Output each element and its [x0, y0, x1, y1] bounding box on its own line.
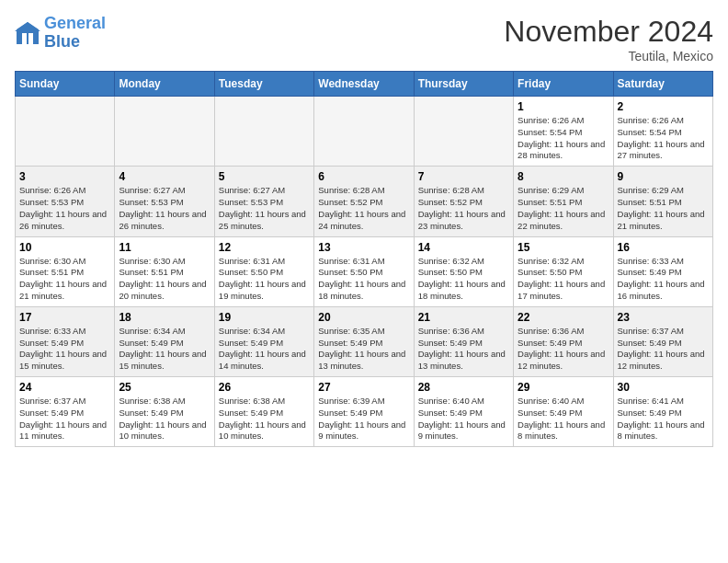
calendar-cell: 22Sunrise: 6:36 AM Sunset: 5:49 PM Dayli…	[514, 306, 613, 376]
calendar-cell: 4Sunrise: 6:27 AM Sunset: 5:53 PM Daylig…	[115, 167, 214, 236]
day-info: Sunrise: 6:40 AM Sunset: 5:49 PM Dayligh…	[418, 396, 509, 442]
calendar-cell	[115, 97, 214, 167]
calendar-cell: 27Sunrise: 6:39 AM Sunset: 5:49 PM Dayli…	[314, 377, 414, 447]
day-number: 13	[318, 241, 409, 254]
weekday-header-wednesday: Wednesday	[314, 72, 414, 97]
day-number: 17	[19, 311, 110, 324]
day-info: Sunrise: 6:29 AM Sunset: 5:51 PM Dayligh…	[618, 185, 709, 232]
calendar-week-5: 24Sunrise: 6:37 AM Sunset: 5:49 PM Dayli…	[16, 377, 713, 447]
day-info: Sunrise: 6:38 AM Sunset: 5:49 PM Dayligh…	[219, 396, 310, 442]
weekday-header-saturday: Saturday	[613, 72, 712, 97]
day-number: 8	[518, 170, 609, 183]
day-number: 11	[119, 241, 210, 254]
day-info: Sunrise: 6:32 AM Sunset: 5:50 PM Dayligh…	[518, 256, 609, 303]
calendar-cell: 19Sunrise: 6:34 AM Sunset: 5:49 PM Dayli…	[214, 306, 313, 376]
calendar-cell: 21Sunrise: 6:36 AM Sunset: 5:49 PM Dayli…	[414, 306, 513, 376]
day-number: 25	[119, 381, 210, 394]
calendar-cell: 30Sunrise: 6:41 AM Sunset: 5:49 PM Dayli…	[613, 377, 712, 447]
calendar-cell	[414, 97, 513, 167]
calendar-week-1: 1Sunrise: 6:26 AM Sunset: 5:54 PM Daylig…	[16, 97, 713, 167]
logo-text: General Blue	[44, 15, 106, 52]
calendar-cell: 29Sunrise: 6:40 AM Sunset: 5:49 PM Dayli…	[514, 377, 613, 447]
day-info: Sunrise: 6:27 AM Sunset: 5:53 PM Dayligh…	[219, 185, 310, 232]
day-number: 27	[318, 381, 409, 394]
calendar-week-2: 3Sunrise: 6:26 AM Sunset: 5:53 PM Daylig…	[16, 167, 713, 236]
day-number: 24	[19, 381, 110, 394]
calendar-cell: 11Sunrise: 6:30 AM Sunset: 5:51 PM Dayli…	[115, 236, 214, 306]
calendar-cell: 10Sunrise: 6:30 AM Sunset: 5:51 PM Dayli…	[16, 236, 115, 306]
calendar-cell: 20Sunrise: 6:35 AM Sunset: 5:49 PM Dayli…	[314, 306, 414, 376]
day-info: Sunrise: 6:31 AM Sunset: 5:50 PM Dayligh…	[219, 256, 310, 303]
title-block: November 2024 Teutila, Mexico	[504, 15, 713, 63]
day-number: 18	[119, 311, 210, 324]
calendar-cell: 17Sunrise: 6:33 AM Sunset: 5:49 PM Dayli…	[16, 306, 115, 376]
month-year: November 2024	[504, 15, 713, 49]
calendar-cell: 14Sunrise: 6:32 AM Sunset: 5:50 PM Dayli…	[414, 236, 513, 306]
day-number: 15	[518, 241, 609, 254]
day-info: Sunrise: 6:40 AM Sunset: 5:49 PM Dayligh…	[518, 396, 609, 442]
calendar-cell: 12Sunrise: 6:31 AM Sunset: 5:50 PM Dayli…	[214, 236, 313, 306]
day-number: 16	[618, 241, 709, 254]
day-number: 3	[19, 170, 110, 183]
day-number: 12	[219, 241, 310, 254]
day-info: Sunrise: 6:28 AM Sunset: 5:52 PM Dayligh…	[418, 185, 509, 232]
calendar-cell: 23Sunrise: 6:37 AM Sunset: 5:49 PM Dayli…	[613, 306, 712, 376]
day-info: Sunrise: 6:31 AM Sunset: 5:50 PM Dayligh…	[318, 256, 409, 303]
logo-line1: General	[44, 14, 106, 32]
day-number: 22	[518, 311, 609, 324]
day-number: 7	[418, 170, 509, 183]
calendar-week-3: 10Sunrise: 6:30 AM Sunset: 5:51 PM Dayli…	[16, 236, 713, 306]
day-info: Sunrise: 6:26 AM Sunset: 5:53 PM Dayligh…	[19, 185, 110, 232]
day-info: Sunrise: 6:33 AM Sunset: 5:49 PM Dayligh…	[618, 256, 709, 303]
day-info: Sunrise: 6:29 AM Sunset: 5:51 PM Dayligh…	[518, 185, 609, 232]
day-number: 26	[219, 381, 310, 394]
calendar-cell: 9Sunrise: 6:29 AM Sunset: 5:51 PM Daylig…	[613, 167, 712, 236]
logo: General Blue	[15, 15, 106, 52]
day-number: 10	[19, 241, 110, 254]
day-info: Sunrise: 6:38 AM Sunset: 5:49 PM Dayligh…	[119, 396, 210, 442]
calendar-cell: 26Sunrise: 6:38 AM Sunset: 5:49 PM Dayli…	[214, 377, 313, 447]
day-number: 5	[219, 170, 310, 183]
calendar-cell	[314, 97, 414, 167]
calendar-cell: 28Sunrise: 6:40 AM Sunset: 5:49 PM Dayli…	[414, 377, 513, 447]
calendar-cell: 1Sunrise: 6:26 AM Sunset: 5:54 PM Daylig…	[514, 97, 613, 167]
day-number: 9	[618, 170, 709, 183]
day-info: Sunrise: 6:41 AM Sunset: 5:49 PM Dayligh…	[618, 396, 709, 442]
calendar-cell: 18Sunrise: 6:34 AM Sunset: 5:49 PM Dayli…	[115, 306, 214, 376]
calendar-cell: 25Sunrise: 6:38 AM Sunset: 5:49 PM Dayli…	[115, 377, 214, 447]
day-number: 28	[418, 381, 509, 394]
calendar-cell	[16, 97, 115, 167]
svg-rect-2	[22, 33, 27, 44]
day-number: 2	[618, 100, 709, 113]
day-info: Sunrise: 6:32 AM Sunset: 5:50 PM Dayligh…	[418, 256, 509, 303]
day-number: 29	[518, 381, 609, 394]
svg-rect-3	[28, 33, 33, 44]
calendar-cell: 8Sunrise: 6:29 AM Sunset: 5:51 PM Daylig…	[514, 167, 613, 236]
weekday-header-thursday: Thursday	[414, 72, 513, 97]
calendar-cell: 5Sunrise: 6:27 AM Sunset: 5:53 PM Daylig…	[214, 167, 313, 236]
calendar-cell: 13Sunrise: 6:31 AM Sunset: 5:50 PM Dayli…	[314, 236, 414, 306]
day-number: 30	[618, 381, 709, 394]
day-number: 6	[318, 170, 409, 183]
calendar-week-4: 17Sunrise: 6:33 AM Sunset: 5:49 PM Dayli…	[16, 306, 713, 376]
day-info: Sunrise: 6:34 AM Sunset: 5:49 PM Dayligh…	[119, 326, 210, 373]
day-info: Sunrise: 6:39 AM Sunset: 5:49 PM Dayligh…	[318, 396, 409, 442]
day-info: Sunrise: 6:33 AM Sunset: 5:49 PM Dayligh…	[19, 326, 110, 373]
weekday-header-tuesday: Tuesday	[214, 72, 313, 97]
calendar-cell: 16Sunrise: 6:33 AM Sunset: 5:49 PM Dayli…	[613, 236, 712, 306]
day-info: Sunrise: 6:27 AM Sunset: 5:53 PM Dayligh…	[119, 185, 210, 232]
calendar-cell: 7Sunrise: 6:28 AM Sunset: 5:52 PM Daylig…	[414, 167, 513, 236]
day-info: Sunrise: 6:34 AM Sunset: 5:49 PM Dayligh…	[219, 326, 310, 373]
day-number: 1	[518, 100, 609, 113]
weekday-header-sunday: Sunday	[16, 72, 115, 97]
page-header: General Blue November 2024 Teutila, Mexi…	[15, 15, 713, 63]
day-info: Sunrise: 6:28 AM Sunset: 5:52 PM Dayligh…	[318, 185, 409, 232]
day-info: Sunrise: 6:35 AM Sunset: 5:49 PM Dayligh…	[318, 326, 409, 373]
day-info: Sunrise: 6:26 AM Sunset: 5:54 PM Dayligh…	[518, 115, 609, 162]
weekday-header-friday: Friday	[514, 72, 613, 97]
calendar-cell: 3Sunrise: 6:26 AM Sunset: 5:53 PM Daylig…	[16, 167, 115, 236]
day-number: 14	[418, 241, 509, 254]
day-info: Sunrise: 6:36 AM Sunset: 5:49 PM Dayligh…	[518, 326, 609, 373]
logo-icon	[15, 20, 40, 46]
day-info: Sunrise: 6:30 AM Sunset: 5:51 PM Dayligh…	[119, 256, 210, 303]
